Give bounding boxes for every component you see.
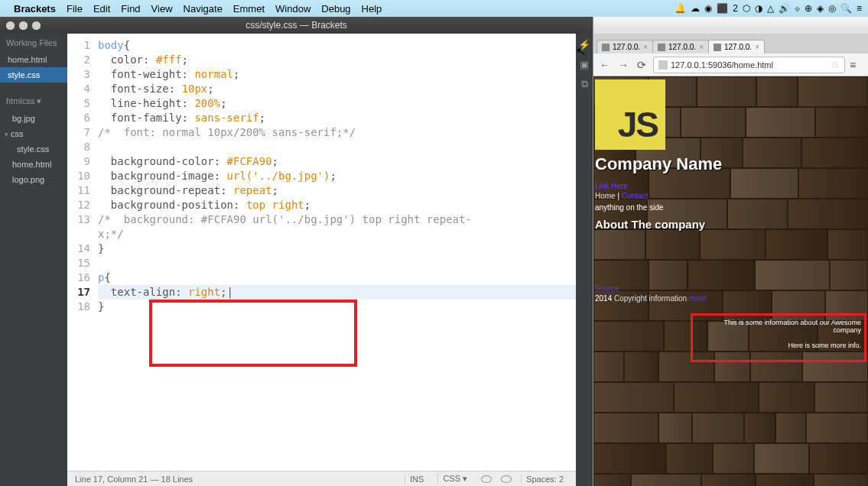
chrome-traffic-lights [6, 21, 41, 30]
nav-link-1[interactable]: Link Here [595, 182, 628, 190]
menu-extras-icon[interactable]: ≡ [857, 3, 862, 14]
nav-links-row2: Home | Contact [595, 192, 866, 200]
footer-link[interactable]: Source [595, 284, 866, 293]
menu-find[interactable]: Find [121, 3, 140, 15]
window-title: css/style.css — Brackets [245, 20, 347, 31]
working-files-header[interactable]: Working Files [0, 34, 67, 52]
tree-css-folder[interactable]: ▾css [0, 126, 67, 141]
chrome-tabstrip: 127.0.0.× 127.0.0.× 127.0.0.× [593, 34, 868, 53]
dropbox-icon[interactable]: ⬡ [743, 3, 750, 14]
spotlight-icon[interactable]: 🔍 [840, 3, 852, 14]
indent-mode[interactable]: Spaces: 2 [521, 475, 568, 484]
copyright: 2014 Copyright information more [595, 294, 866, 303]
insert-mode[interactable]: INS [405, 475, 428, 484]
menu-view[interactable]: View [151, 3, 173, 15]
page-content: JS Company Name Link Here Home | Contact… [593, 76, 868, 306]
nav-link-home[interactable]: Home [595, 192, 616, 200]
chrome-max[interactable] [32, 21, 41, 30]
menubar-right: 🔔 ☁ ◉ ⬛ 2 ⬡ ◑ △ 🔊 ⟐ ⊕ ◈ ◎ 🔍 ≡ [675, 3, 862, 14]
code-icon[interactable]: ⧉ [578, 78, 590, 90]
chrome-tab-1[interactable]: 127.0.0.× [597, 40, 653, 53]
gutter[interactable]: 123456789101112131415161718 [67, 38, 98, 471]
bookmark-star-icon[interactable]: ☆ [831, 59, 840, 70]
favicon-icon [602, 44, 610, 51]
menu-help[interactable]: Help [362, 3, 382, 15]
tab-close-icon[interactable]: × [755, 43, 759, 51]
nav-link-contact[interactable]: Contact [622, 192, 648, 200]
about-heading: About The company [595, 218, 866, 231]
side-text: anything on the side [595, 203, 866, 212]
mac-menubar: Brackets File Edit Find View Navigate Em… [0, 0, 868, 17]
chrome-tab-2[interactable]: 127.0.0.× [652, 40, 709, 53]
chrome-min[interactable] [19, 21, 28, 30]
chrome-titlebar[interactable] [593, 17, 868, 34]
code-editor[interactable]: 123456789101112131415161718 body{ color:… [67, 34, 576, 471]
language-mode[interactable]: CSS ▾ [437, 474, 472, 484]
js-logo: JS [595, 79, 665, 150]
cc-icon[interactable]: ◉ [704, 3, 712, 14]
favicon-icon [714, 44, 721, 51]
company-heading: Company Name [595, 154, 866, 174]
favicon-icon [658, 44, 665, 51]
adobe-icon[interactable]: ⬛ [717, 3, 728, 14]
menu-edit[interactable]: Edit [93, 3, 110, 15]
menu-emmet[interactable]: Emmet [233, 3, 265, 15]
volume-icon[interactable]: 🔊 [779, 3, 790, 14]
reload-button[interactable]: ⟳ [635, 58, 649, 72]
cursor-position[interactable]: Line 17, Column 21 — 18 Lines [75, 475, 193, 484]
notification-icon[interactable]: 🔔 [675, 3, 686, 14]
cloud-icon[interactable]: ☁ [691, 3, 700, 14]
chrome-window: 127.0.0.× 127.0.0.× 127.0.0.× ← → ⟳ 127.… [593, 17, 868, 486]
network-icon[interactable]: ⟐ [795, 3, 800, 14]
chrome-close[interactable] [6, 21, 15, 30]
active-app[interactable]: Brackets [14, 3, 56, 15]
bluetooth-icon[interactable]: ◈ [817, 3, 824, 14]
tree-bg[interactable]: bg.jpg [0, 111, 67, 126]
menu-debug[interactable]: Debug [321, 3, 350, 15]
menu-file[interactable]: File [67, 3, 83, 15]
status-circle-1[interactable] [481, 475, 492, 483]
project-dropdown[interactable]: htmlcss ▾ [0, 92, 67, 111]
statusbar: Line 17, Column 21 — 18 Lines INS CSS ▾ … [67, 471, 576, 486]
address-bar[interactable]: 127.0.0.1:59036/home.html ☆ [653, 57, 845, 73]
tree-style[interactable]: style.css [0, 141, 67, 157]
para-2: Here is some more info. [696, 342, 861, 349]
tab-close-icon[interactable]: × [643, 43, 648, 51]
editor-area: 123456789101112131415161718 body{ color:… [67, 34, 576, 486]
wifi-icon[interactable]: ⊕ [805, 3, 812, 14]
sync-icon[interactable]: ◑ [755, 3, 762, 14]
extension-manager-icon[interactable]: ▣ [578, 58, 590, 70]
forward-button[interactable]: → [616, 58, 630, 72]
url-text: 127.0.0.1:59036/home.html [671, 60, 773, 70]
tab-close-icon[interactable]: × [699, 43, 704, 51]
drive-icon[interactable]: △ [767, 3, 774, 14]
live-preview-icon[interactable]: ⚡ [578, 38, 590, 50]
brackets-sidebar: Working Files home.html style.css htmlcs… [0, 34, 67, 486]
tree-logo[interactable]: logo.png [0, 172, 67, 187]
brackets-window: css/style.css — Brackets Working Files h… [0, 17, 593, 486]
working-file-home[interactable]: home.html [0, 52, 67, 67]
menu-window[interactable]: Window [275, 3, 310, 15]
battery-icon[interactable]: ◎ [828, 3, 836, 14]
brackets-titlebar[interactable]: css/style.css — Brackets [0, 17, 593, 34]
page-favicon-icon [658, 60, 668, 70]
back-button[interactable]: ← [598, 58, 612, 72]
num-icon[interactable]: 2 [733, 3, 738, 14]
working-file-style[interactable]: style.css [0, 67, 67, 83]
paragraph-highlight: This is some information about our Aweso… [691, 313, 866, 362]
menu-navigate[interactable]: Navigate [184, 3, 223, 15]
code[interactable]: body{ color: #fff; font-weight: normal; … [98, 38, 576, 471]
para-1: This is some information about our Aweso… [696, 319, 861, 334]
nav-links: Link Here [595, 182, 866, 190]
chrome-menu-button[interactable]: ≡ [850, 59, 863, 71]
status-circle-2[interactable] [501, 475, 512, 483]
tree-home[interactable]: home.html [0, 157, 67, 172]
brackets-right-rail: ⚡ ▣ ⧉ [576, 34, 593, 486]
chrome-toolbar: ← → ⟳ 127.0.0.1:59036/home.html ☆ ≡ [593, 53, 868, 76]
chrome-tab-3[interactable]: 127.0.0.× [708, 40, 765, 53]
browser-viewport[interactable]: JS Company Name Link Here Home | Contact… [593, 76, 868, 486]
